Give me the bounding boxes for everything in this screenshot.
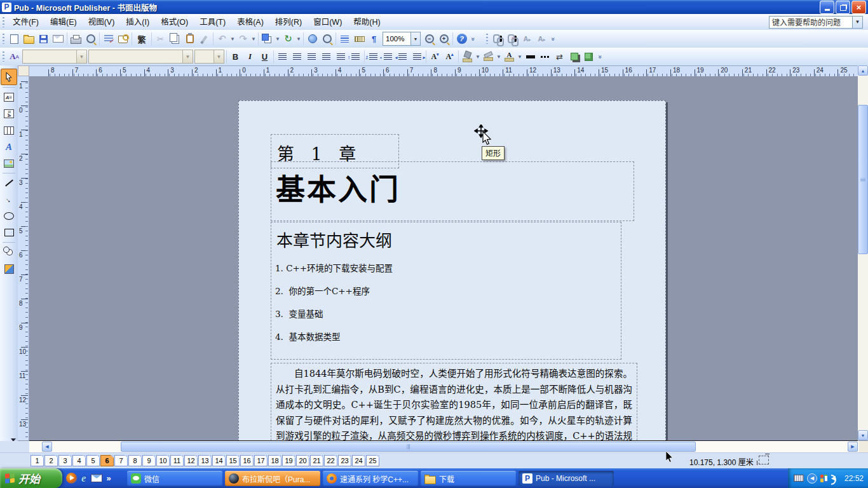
line-width-button[interactable] xyxy=(523,50,538,64)
horizontal-scroll-thumb[interactable] xyxy=(121,442,696,452)
format-painter-button[interactable] xyxy=(197,32,212,46)
chapter-title-text-box[interactable]: 基本入门 xyxy=(271,161,634,221)
toolbar-grip[interactable] xyxy=(3,34,4,44)
toolbar-options-chevron[interactable]: » xyxy=(549,31,557,46)
align-right-button[interactable] xyxy=(304,50,319,64)
insert-wordart-tool[interactable]: A xyxy=(1,139,17,154)
page-tab-1[interactable]: 1 xyxy=(31,455,44,466)
publication-page[interactable]: 第 1 章 基本入门 本章节内容大纲 1. C++环境的下载安装与配置2. 你的… xyxy=(238,100,666,441)
page-tab-13[interactable]: 13 xyxy=(198,455,212,466)
menu-item-9[interactable]: 帮助(H) xyxy=(348,15,386,30)
page-tab-9[interactable]: 9 xyxy=(142,455,156,466)
autoshapes-tool[interactable] xyxy=(1,245,17,260)
workspace-canvas[interactable]: 第 1 章 基本入门 本章节内容大纲 1. C++环境的下载安装与配置2. 你的… xyxy=(29,76,858,441)
dash-style-button[interactable] xyxy=(538,50,552,64)
rectangle-tool[interactable] xyxy=(1,225,17,240)
shadow-style-button[interactable] xyxy=(567,50,581,64)
distribute-button[interactable] xyxy=(334,50,348,64)
create-text-box-link-button[interactable] xyxy=(491,32,505,46)
line-color-dropdown[interactable]: ▼ xyxy=(496,50,502,64)
menu-item-1[interactable]: 编辑(E) xyxy=(44,15,83,30)
italic-button[interactable]: I xyxy=(243,50,257,64)
new-button[interactable] xyxy=(7,32,22,46)
zoom-in-button[interactable]: + xyxy=(437,32,451,46)
rotate-dropdown[interactable]: ▼ xyxy=(295,32,302,46)
toolbar-grip[interactable] xyxy=(486,34,488,44)
page-tab-8[interactable]: 8 xyxy=(128,455,142,466)
chevron-down-icon[interactable]: ▼ xyxy=(76,50,86,63)
taskbar-task-4[interactable]: 下载 xyxy=(421,471,516,486)
bring-to-front-dropdown[interactable]: ▼ xyxy=(275,32,281,46)
bullets-button[interactable]: • xyxy=(381,50,395,64)
print-button[interactable] xyxy=(69,32,83,46)
close-button[interactable]: × xyxy=(851,1,866,14)
styles-and-formatting-button[interactable]: AA xyxy=(7,50,22,64)
style-combo[interactable]: ▼ xyxy=(22,50,87,64)
page-tab-15[interactable]: 15 xyxy=(226,455,240,466)
hyperlink-button[interactable] xyxy=(305,32,320,46)
chinese-conversion-button[interactable]: 繁 xyxy=(133,32,150,46)
measurement-button[interactable] xyxy=(352,32,367,46)
toolbar-grip[interactable] xyxy=(3,51,4,62)
toolbar-options-chevron[interactable]: » xyxy=(596,49,604,64)
chevron-down-icon[interactable]: ▼ xyxy=(182,50,193,63)
redo-button[interactable]: ↷ xyxy=(236,32,250,46)
previous-text-box-button[interactable]: A xyxy=(520,32,534,46)
special-characters-button[interactable]: ¶ xyxy=(367,32,381,46)
taskbar-task-5[interactable]: PPub - Microsoft ... xyxy=(519,471,614,486)
line-spacing-button[interactable]: ↕ xyxy=(348,50,363,64)
page-tab-2[interactable]: 2 xyxy=(44,455,58,466)
decrease-indent-button[interactable]: ◂ xyxy=(395,50,410,64)
zoom-out-button[interactable]: − xyxy=(422,32,437,46)
next-text-box-button[interactable]: A xyxy=(534,32,549,46)
page-tab-7[interactable]: 7 xyxy=(114,455,128,466)
fill-color-button[interactable] xyxy=(460,50,475,64)
page-tab-10[interactable]: 10 xyxy=(156,455,170,466)
page-tab-12[interactable]: 12 xyxy=(184,455,198,466)
arrow-style-button[interactable]: ⇄ xyxy=(552,50,567,64)
underline-button[interactable]: U xyxy=(257,50,272,64)
vertical-text-box-tool[interactable]: ≡A xyxy=(1,106,17,121)
taskbar-task-2[interactable]: 布拉斯侃吧（Pura... xyxy=(225,471,320,486)
cut-button[interactable]: ✂ xyxy=(153,32,168,46)
page-tab-5[interactable]: 5 xyxy=(86,455,100,466)
menu-item-6[interactable]: 表格(A) xyxy=(231,15,269,30)
menu-item-7[interactable]: 排列(R) xyxy=(269,15,308,30)
menu-item-5[interactable]: 工具(T) xyxy=(194,15,231,30)
page-tab-3[interactable]: 3 xyxy=(58,455,72,466)
spelling-button[interactable] xyxy=(101,32,116,46)
page-tab-18[interactable]: 18 xyxy=(268,455,281,466)
numbering-button[interactable]: 1 xyxy=(366,50,381,64)
rotate-button[interactable]: ↻ xyxy=(281,32,295,46)
restore-button[interactable] xyxy=(836,1,850,14)
open-button[interactable] xyxy=(22,32,36,46)
scroll-left-button[interactable]: ◀ xyxy=(42,442,52,452)
help-question-box[interactable]: 键入需要帮助的问题 ▼ xyxy=(769,16,863,29)
menu-item-4[interactable]: 格式(O) xyxy=(155,15,194,30)
scroll-right-button[interactable]: ▶ xyxy=(848,442,858,452)
menu-item-0[interactable]: 文件(F) xyxy=(7,15,44,30)
page-tab-6[interactable]: 6 xyxy=(100,455,114,466)
print-preview-button[interactable] xyxy=(83,32,98,46)
redo-dropdown[interactable]: ▼ xyxy=(250,32,257,46)
quick-launch-chevron[interactable]: » xyxy=(107,473,111,483)
body-text-box[interactable]: 自1844年莫尔斯电码划破时空，人类便开始了用形式化符号精确表达意图的探索。从打… xyxy=(271,363,637,441)
save-button[interactable] xyxy=(36,32,51,46)
font-color-dropdown[interactable]: ▼ xyxy=(517,50,523,64)
oval-tool[interactable] xyxy=(1,208,17,224)
increase-indent-button[interactable]: ▸ xyxy=(410,50,424,64)
arrow-tool[interactable]: → xyxy=(1,192,17,207)
toolbar-options-chevron[interactable]: » xyxy=(469,31,477,46)
mail-client-icon[interactable] xyxy=(91,474,102,482)
taskbar-task-1[interactable]: 微信 xyxy=(127,471,222,486)
keyboard-tray-icon[interactable] xyxy=(794,475,804,482)
justify-button[interactable] xyxy=(319,50,334,64)
chevron-down-icon[interactable]: ▼ xyxy=(214,50,224,63)
horizontal-scrollbar[interactable]: ◀ ▶ xyxy=(29,441,859,452)
page-tab-20[interactable]: 20 xyxy=(296,455,309,466)
vertical-ruler[interactable]: 1012345678910111213 xyxy=(18,76,29,440)
scroll-down-button[interactable]: ▼ xyxy=(858,430,868,440)
internet-explorer-icon[interactable]: e xyxy=(81,472,86,485)
chevron-down-icon[interactable]: ▼ xyxy=(852,17,862,28)
page-tab-14[interactable]: 14 xyxy=(212,455,226,466)
